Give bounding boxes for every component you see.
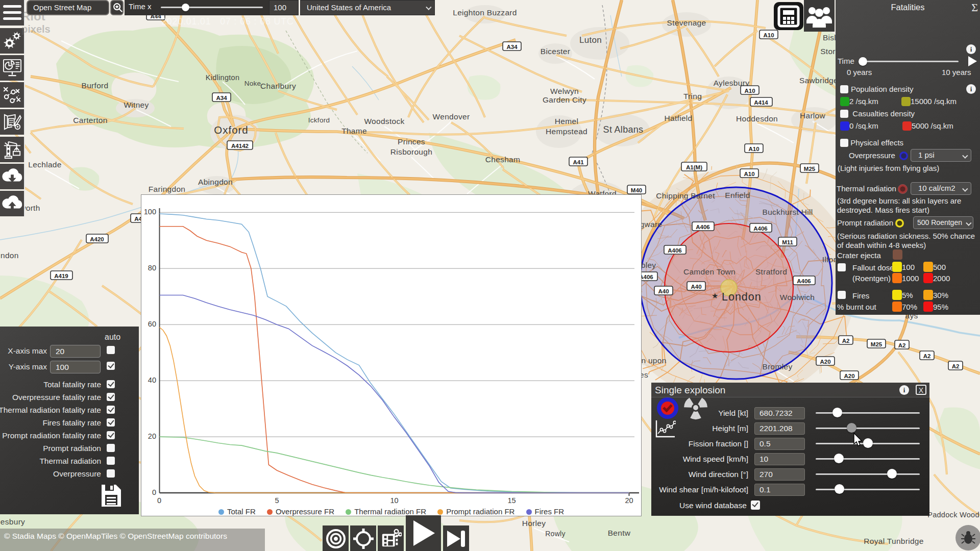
svg-text:Chipping Barnet: Chipping Barnet [656,191,715,200]
svg-text:Hempstead: Hempstead [546,127,587,136]
svg-text:0: 0 [152,488,156,496]
svg-text:Abingdon: Abingdon [198,178,233,186]
svg-text:100: 100 [144,208,156,216]
svg-text:Sawbridge: Sawbridge [799,76,838,85]
svg-text:Rowly: Rowly [545,530,566,538]
svg-text:A2: A2 [923,353,931,359]
svg-text:indon: indon [0,251,19,260]
svg-text:Witney: Witney [124,101,149,109]
svg-text:10: 10 [390,496,398,505]
svg-text:Charlbury: Charlbury [260,82,296,90]
svg-text:A420: A420 [90,236,104,242]
svg-text:Hemel: Hemel [555,117,578,126]
svg-text:Stratford: Stratford [755,267,787,276]
svg-text:A2: A2 [842,338,850,344]
svg-text:A406: A406 [797,278,811,284]
svg-text:Faringdon: Faringdon [149,185,186,193]
svg-text:Hoddesdon: Hoddesdon [736,114,778,123]
svg-text:A419: A419 [54,273,68,279]
svg-text:20: 20 [625,496,633,505]
svg-text:Thame: Thame [341,127,367,135]
svg-text:Harlow: Harlow [800,111,826,120]
svg-text:Risborough: Risborough [390,147,432,156]
svg-text:Royal Tunbridge: Royal Tunbridge [864,537,923,545]
svg-text:A40: A40 [691,284,701,290]
svg-text:Horley: Horley [522,519,546,528]
svg-text:A10: A10 [748,146,759,152]
svg-text:60: 60 [148,320,156,328]
svg-text:Garden City: Garden City [543,95,586,104]
svg-text:Welwyn: Welwyn [550,87,579,95]
svg-text:St Albans: St Albans [603,124,644,135]
svg-text:Paddock Wood: Paddock Wood [927,511,979,519]
svg-text:London: London [722,291,762,303]
svg-text:Bicester: Bicester [541,47,570,56]
svg-text:A20: A20 [844,373,854,379]
svg-text:A10: A10 [763,32,774,38]
svg-text:Camden Town: Camden Town [683,267,736,276]
svg-text:Chesham: Chesham [485,155,520,164]
svg-text:40: 40 [148,376,156,384]
svg-text:M25: M25 [804,166,816,172]
svg-text:Hatfield: Hatfield [665,114,693,122]
svg-text:Stevenage: Stevenage [667,18,706,27]
svg-text:Woolwich: Woolwich [780,293,815,302]
svg-text:A4142: A4142 [231,143,249,149]
svg-text:Carterton: Carterton [73,116,107,124]
svg-text:M25: M25 [871,341,883,347]
svg-text:A406: A406 [668,247,682,254]
svg-text:20: 20 [148,432,156,440]
svg-text:2020.01.01 07 : 06 : 08 UTC: 2020.01.01 07 : 06 : 08 UTC [161,16,294,27]
svg-text:A414: A414 [754,99,768,106]
svg-text:Leighton Buzzard: Leighton Buzzard [453,8,517,17]
svg-text:Lechlade: Lechlade [28,160,61,169]
svg-text:A34: A34 [216,95,227,101]
svg-text:A20: A20 [820,359,830,365]
svg-text:A34: A34 [506,44,518,50]
svg-text:Stor: Stor [820,47,836,56]
svg-text:Burford: Burford [82,81,109,90]
svg-text:A10: A10 [744,171,754,177]
svg-text:M11: M11 [782,239,793,245]
svg-text:A1(M): A1(M) [686,164,702,170]
svg-text:Kidlington: Kidlington [206,73,240,82]
svg-text:Ickford: Ickford [308,116,330,124]
svg-text:n upon: n upon [641,356,666,365]
svg-text:A406: A406 [696,224,710,230]
svg-text:Noke: Noke [244,80,261,87]
svg-text:Princes: Princes [398,137,425,146]
svg-text:Buckhurst Hill: Buckhurst Hill [763,208,813,216]
svg-text:M40: M40 [631,187,642,193]
svg-text:Woodstock: Woodstock [364,117,404,126]
svg-text:★: ★ [712,291,718,300]
svg-text:A40: A40 [658,288,669,294]
svg-text:Bisl: Bisl [823,33,836,42]
svg-text:80: 80 [148,264,156,272]
svg-text:A2: A2 [952,363,960,369]
svg-text:Bentw: Bentw [608,529,631,537]
svg-text:Bromley: Bromley [763,362,793,371]
svg-text:Luton: Luton [579,35,602,45]
svg-text:Wendover: Wendover [433,112,470,121]
svg-text:0: 0 [157,496,161,505]
svg-text:A41: A41 [573,159,584,165]
svg-text:5: 5 [275,496,279,505]
svg-text:A406: A406 [753,226,768,232]
svg-text:Enfield: Enfield [725,191,750,199]
svg-text:A2: A2 [898,342,906,348]
svg-text:15: 15 [507,496,516,505]
svg-text:A10: A10 [744,88,755,94]
svg-text:esbury: esbury [1,517,25,526]
svg-text:Tring: Tring [683,92,702,101]
svg-text:Oxford: Oxford [214,124,249,136]
